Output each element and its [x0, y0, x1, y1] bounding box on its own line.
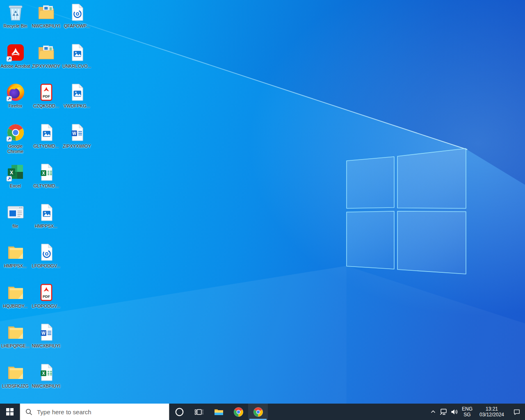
volume-tray-button[interactable] — [449, 404, 459, 420]
chevron-up-icon — [430, 409, 436, 415]
folder-files-icon — [37, 43, 56, 62]
svg-text:PDF: PDF — [43, 94, 50, 98]
svg-text:PDF: PDF — [43, 294, 50, 299]
desktop-icon-label: NWCXBPIUYI — [32, 23, 61, 29]
desktop-icon-label: NWCXBPIUYI — [32, 343, 61, 349]
desktop-icon-label: LFOPODGV... — [32, 304, 60, 309]
clock-time: 13:21 — [479, 406, 504, 412]
desktop-icon[interactable]: NWCXBPIUYI — [31, 2, 62, 42]
search-icon — [25, 409, 32, 415]
taskbar-buttons — [169, 404, 268, 420]
media-file-icon — [37, 242, 56, 262]
svg-text:X: X — [42, 171, 45, 176]
language-primary: ENG — [462, 406, 472, 412]
window-file-icon — [6, 203, 25, 222]
task-view-button[interactable] — [189, 404, 209, 420]
network-icon — [439, 408, 447, 416]
desktop-icon-label: CZQKSDD... — [33, 103, 59, 109]
desktop-icon[interactable]: Google Chrome — [0, 122, 31, 162]
folder-icon — [6, 322, 25, 342]
system-tray: ENG SG 13:21 03/12/2024 — [428, 404, 525, 420]
shortcut-arrow-badge — [6, 123, 25, 142]
desktop-icon[interactable]: XExcel — [0, 162, 31, 202]
excel-file-icon: X — [37, 162, 56, 182]
windows-desktop: Recycle BinAdobe AcrobatFirefoxGoogle Ch… — [0, 0, 525, 420]
desktop-icon[interactable]: WNWCXBPIUYI — [31, 322, 62, 362]
chrome-taskbar-button[interactable] — [228, 404, 248, 420]
desktop-icon[interactable]: WZIPXYXWIOY — [62, 122, 92, 162]
folder-files-icon — [37, 2, 56, 22]
image-file-icon — [67, 82, 87, 102]
acrobat-app-icon — [6, 43, 25, 62]
desktop-icon[interactable]: PDFCZQKSDD... — [31, 82, 62, 122]
show-hidden-icons-button[interactable] — [428, 404, 438, 420]
svg-text:W: W — [41, 331, 46, 336]
windows-logo-watermark — [345, 146, 468, 277]
chrome-app-icon — [253, 406, 264, 418]
desktop-icon-label: HQJBRDY... — [3, 304, 27, 309]
taskbar-search[interactable] — [20, 404, 169, 420]
desktop-icon[interactable]: ZIPXYXWIOY — [31, 42, 62, 82]
desktop-icon-label: VWDFPKG... — [64, 103, 90, 109]
chrome-taskbar-button-active[interactable] — [248, 404, 268, 420]
shortcut-arrow-badge — [6, 43, 25, 62]
desktop-icon-column: Recycle BinAdobe AcrobatFirefoxGoogle Ch… — [0, 2, 31, 402]
recycle-bin-icon — [6, 2, 25, 22]
chrome-app-icon — [233, 406, 244, 418]
clock-date: 03/12/2024 — [479, 412, 504, 418]
desktop-icon-label: LIJDSFKJZG — [2, 383, 29, 389]
desktop-icon-label: Google Chrome — [0, 144, 31, 154]
desktop-icon[interactable]: HMPPSX... — [31, 202, 62, 242]
desktop-icon-label: Adobe Acrobat — [0, 64, 30, 69]
file-explorer-button[interactable] — [209, 404, 228, 420]
desktop-icon-label: QFAPOWP... — [64, 23, 90, 29]
desktop-icon[interactable]: UNKRLCVO... — [62, 42, 92, 82]
desktop-icon[interactable]: file — [0, 202, 31, 242]
image-file-icon — [37, 123, 56, 142]
pdf-file-icon: PDF — [37, 283, 56, 302]
desktop-icon[interactable]: LHEPQPGE... — [0, 322, 31, 362]
word-file-icon: W — [37, 322, 56, 342]
desktop-icon-label: Excel — [10, 183, 21, 189]
desktop-icon-label: GLTYDMD... — [33, 144, 59, 149]
desktop-icon[interactable]: XNWCXBPIUYI — [31, 362, 62, 402]
desktop-icon-label: LFOPODGV... — [32, 263, 60, 269]
desktop-icon[interactable]: XGLTYDMD... — [31, 162, 62, 202]
clock[interactable]: 13:21 03/12/2024 — [475, 404, 509, 420]
excel-app-icon: X — [6, 162, 25, 182]
desktop-icon[interactable]: QFAPOWP... — [62, 2, 92, 42]
desktop-icon[interactable]: HQJBRDY... — [0, 282, 31, 322]
desktop-icon-label: NWCXBPIUYI — [32, 383, 61, 389]
network-tray-button[interactable] — [438, 404, 449, 420]
desktop-icon-label: LHEPQPGE... — [1, 343, 30, 349]
desktop-icon[interactable]: Adobe Acrobat — [0, 42, 31, 82]
volume-icon — [450, 408, 458, 416]
desktop-icon-label: ZIPXYXWIOY — [32, 64, 60, 69]
desktop-icon[interactable]: Firefox — [0, 82, 31, 122]
desktop-icon[interactable]: Recycle Bin — [0, 2, 31, 42]
folder-icon — [6, 242, 25, 262]
desktop-icon-column: NWCXBPIUYIZIPXYXWIOYPDFCZQKSDD...GLTYDMD… — [31, 2, 62, 402]
desktop-icon[interactable]: LFOPODGV... — [31, 242, 62, 282]
word-file-icon: W — [67, 123, 87, 142]
cortana-button[interactable] — [169, 404, 189, 420]
windows-logo-icon — [6, 408, 14, 415]
desktop-icon-label: GLTYDMD... — [33, 183, 59, 189]
desktop-icon-label: ZIPXYXWIOY — [63, 144, 91, 149]
desktop-icon[interactable]: LIJDSFKJZG — [0, 362, 31, 402]
desktop-icon[interactable]: HMPPSX... — [0, 242, 31, 282]
file-explorer-icon — [213, 406, 224, 418]
image-file-icon — [67, 43, 87, 62]
action-center-button[interactable] — [509, 404, 525, 420]
task-view-icon — [194, 406, 205, 418]
folder-icon — [6, 363, 25, 382]
desktop-icon[interactable]: GLTYDMD... — [31, 122, 62, 162]
desktop-icon[interactable]: PDFLFOPODGV... — [31, 282, 62, 322]
cortana-icon — [174, 406, 185, 418]
search-input[interactable] — [36, 408, 157, 416]
firefox-app-icon — [6, 82, 25, 102]
desktop-icon[interactable]: VWDFPKG... — [62, 82, 92, 122]
action-center-icon — [513, 408, 520, 415]
language-indicator[interactable]: ENG SG — [459, 404, 475, 420]
start-button[interactable] — [0, 404, 20, 420]
